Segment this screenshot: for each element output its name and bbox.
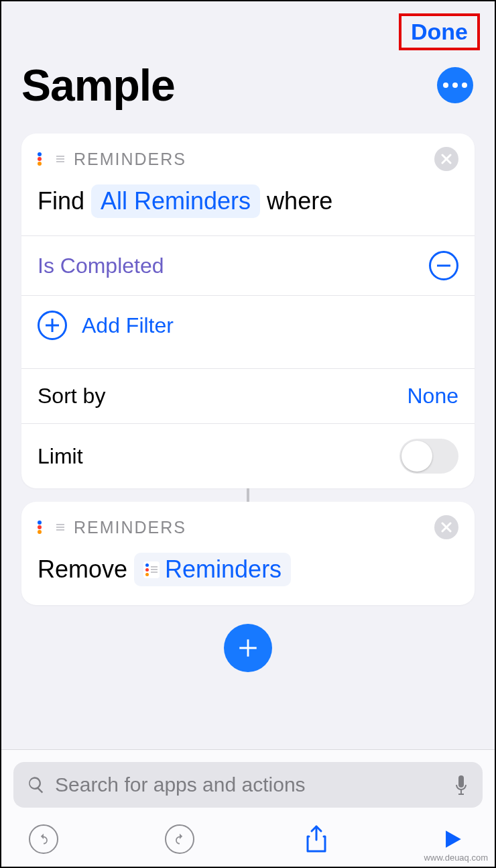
add-filter-button[interactable]: Add Filter bbox=[21, 295, 475, 368]
close-icon bbox=[441, 154, 452, 164]
limit-label: Limit bbox=[38, 444, 83, 469]
filter-name: Is Completed bbox=[38, 254, 164, 278]
limit-row: Limit bbox=[21, 423, 475, 488]
watermark: www.deuaq.com bbox=[424, 853, 488, 863]
action-connector bbox=[247, 488, 249, 502]
add-action-button[interactable] bbox=[224, 624, 272, 672]
action-app-name: REMINDERS bbox=[74, 518, 186, 537]
share-button[interactable] bbox=[301, 824, 332, 855]
plus-circle-icon bbox=[38, 311, 67, 340]
sort-by-value[interactable]: None bbox=[408, 384, 459, 409]
action-app-name: REMINDERS bbox=[74, 150, 186, 169]
delete-action-button[interactable] bbox=[434, 147, 458, 171]
play-icon bbox=[441, 828, 464, 851]
redo-icon bbox=[173, 832, 186, 846]
search-input[interactable] bbox=[55, 773, 444, 796]
filter-row[interactable]: Is Completed bbox=[21, 235, 475, 295]
redo-button[interactable] bbox=[164, 824, 195, 855]
action-suffix: where bbox=[267, 187, 332, 215]
sort-by-label: Sort by bbox=[38, 384, 105, 409]
action-verb: Remove bbox=[38, 555, 127, 584]
page-title: Sample bbox=[21, 60, 175, 111]
sort-by-row[interactable]: Sort by None bbox=[21, 368, 475, 423]
reminders-mini-icon bbox=[143, 561, 160, 578]
more-button[interactable] bbox=[437, 67, 473, 103]
bottom-panel bbox=[1, 749, 495, 867]
microphone-icon[interactable] bbox=[453, 774, 469, 796]
action-card: REMINDERS Find All Reminders where Is Co… bbox=[21, 133, 475, 488]
reminders-app-icon bbox=[38, 520, 64, 535]
run-button[interactable] bbox=[437, 824, 468, 855]
action-variable-token[interactable]: Reminders bbox=[134, 553, 291, 586]
reminders-app-icon bbox=[38, 152, 64, 166]
delete-action-button[interactable] bbox=[434, 515, 458, 539]
undo-icon bbox=[37, 832, 50, 846]
limit-toggle[interactable] bbox=[399, 439, 458, 474]
plus-icon bbox=[237, 637, 259, 659]
ellipsis-icon bbox=[443, 83, 448, 88]
undo-button[interactable] bbox=[28, 824, 59, 855]
action-parameter-token[interactable]: All Reminders bbox=[91, 184, 260, 218]
action-card: REMINDERS Remove Reminders bbox=[21, 502, 475, 605]
remove-filter-button[interactable] bbox=[429, 251, 458, 280]
search-bar[interactable] bbox=[13, 762, 483, 808]
done-button[interactable]: Done bbox=[399, 13, 480, 50]
share-icon bbox=[304, 824, 329, 854]
close-icon bbox=[441, 522, 452, 533]
search-icon bbox=[27, 775, 46, 794]
action-verb: Find bbox=[38, 187, 84, 215]
